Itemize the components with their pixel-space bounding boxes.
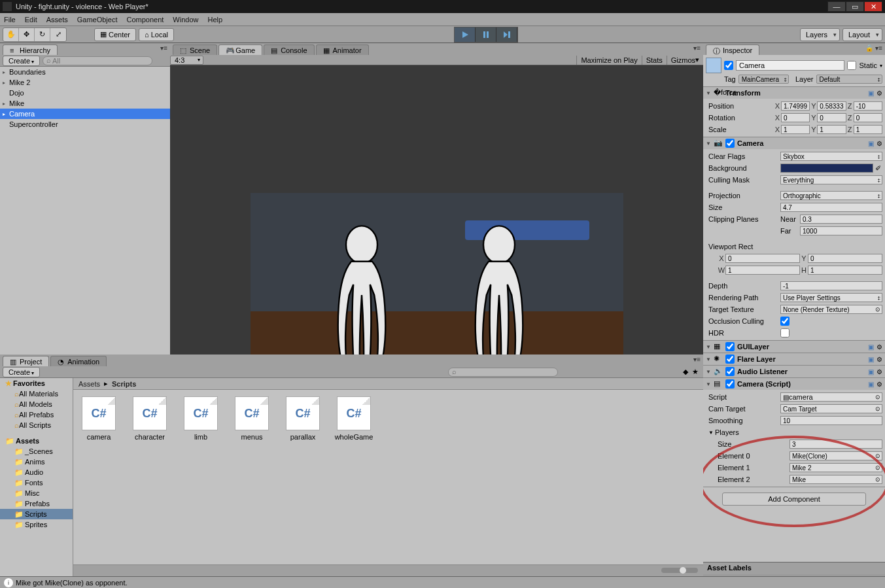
hierarchy-search-input[interactable] <box>43 56 152 65</box>
players-size-field[interactable]: 3 <box>790 440 882 449</box>
project-search-input[interactable] <box>448 368 558 377</box>
help-icon[interactable]: ▣ <box>868 368 874 375</box>
help-icon[interactable]: ▣ <box>868 381 874 388</box>
camera-enabled-checkbox[interactable] <box>725 139 735 148</box>
aspect-dropdown[interactable]: 4:3 <box>170 56 203 65</box>
folder-item[interactable]: 📁Fonts <box>0 477 73 488</box>
menu-edit[interactable]: Edit <box>25 16 37 24</box>
far-field[interactable]: 1000 <box>800 226 882 235</box>
folder-item[interactable]: 📁Prefabs <box>0 498 73 509</box>
camera-header[interactable]: ▼ 📷 Camera ▣ ⚙ <box>703 137 885 149</box>
hierarchy-item[interactable]: Dojo <box>0 88 170 98</box>
tab-hierarchy[interactable]: ≡Hierarchy <box>3 44 58 55</box>
folder-item[interactable]: 📁Audio <box>0 467 73 477</box>
menu-assets[interactable]: Assets <box>46 16 68 24</box>
tab-inspector[interactable]: ⓘInspector <box>706 44 759 55</box>
target-texture-field[interactable]: None (Render Texture) <box>780 305 882 314</box>
favorite-item[interactable]: ⌕ All Materials <box>0 389 73 399</box>
menu-window[interactable]: Window <box>173 16 198 24</box>
scale-tool-icon[interactable]: ⤢ <box>50 28 66 41</box>
search-filter-icon[interactable]: ◆ <box>683 368 688 376</box>
play-button[interactable] <box>455 27 476 42</box>
element2-field[interactable]: Mike <box>790 475 882 484</box>
favorite-item[interactable]: ⌕ All Models <box>0 399 73 409</box>
step-button[interactable] <box>496 27 517 42</box>
tab-animator[interactable]: ▦Animator <box>316 44 369 55</box>
help-icon[interactable]: ▣ <box>868 356 874 363</box>
pivot-mode-button[interactable]: ▦ Center <box>94 28 136 41</box>
pane-options-icon[interactable]: ▾≡ <box>160 44 167 52</box>
asset-item[interactable]: C#wholeGame <box>335 396 373 441</box>
viewport-y-field[interactable]: 0 <box>808 254 882 263</box>
camera-script-enabled-checkbox[interactable] <box>725 379 735 389</box>
hierarchy-item-selected[interactable]: ▸Camera <box>0 109 170 119</box>
scl-z-field[interactable]: 1 <box>854 125 882 134</box>
guilayer-enabled-checkbox[interactable] <box>725 342 735 351</box>
thumbnail-size-slider[interactable] <box>661 568 698 573</box>
gear-icon[interactable]: ⚙ <box>876 368 882 375</box>
static-checkbox[interactable] <box>847 61 856 70</box>
occlusion-culling-checkbox[interactable] <box>780 317 790 326</box>
depth-field[interactable]: -1 <box>780 281 882 290</box>
script-field[interactable]: ▤ camera <box>780 392 882 402</box>
gear-icon[interactable]: ⚙ <box>876 90 882 97</box>
clear-flags-dropdown[interactable]: Skybox <box>780 152 882 161</box>
help-icon[interactable]: ▣ <box>868 140 874 147</box>
hierarchy-item[interactable]: ▸Mike 2 <box>0 77 170 88</box>
folder-item[interactable]: 📁Sprites <box>0 519 73 530</box>
gear-icon[interactable]: ⚙ <box>876 381 882 388</box>
projection-dropdown[interactable]: Orthographic <box>780 191 882 200</box>
move-tool-icon[interactable]: ✥ <box>19 28 35 41</box>
active-checkbox[interactable] <box>724 61 733 70</box>
element1-field[interactable]: Mike 2 <box>790 463 882 472</box>
hierarchy-item[interactable]: ▸Boundaries <box>0 67 170 77</box>
gear-icon[interactable]: ⚙ <box>876 343 882 351</box>
rot-y-field[interactable]: 0 <box>817 113 846 122</box>
stats-toggle[interactable]: Stats <box>642 56 667 65</box>
audiolistener-enabled-checkbox[interactable] <box>725 367 735 376</box>
scl-y-field[interactable]: 1 <box>817 125 846 134</box>
viewport-h-field[interactable]: 1 <box>808 266 882 275</box>
asset-item[interactable]: C#menus <box>233 396 271 441</box>
hierarchy-item[interactable]: Supercontroller <box>0 119 170 130</box>
hdr-checkbox[interactable] <box>780 328 790 337</box>
near-field[interactable]: 0.3 <box>800 215 882 224</box>
folder-item[interactable]: 📁Anims <box>0 457 73 467</box>
breadcrumb-seg[interactable]: Scripts <box>112 380 136 388</box>
fold-icon[interactable]: ▼ <box>706 90 711 96</box>
rot-z-field[interactable]: 0 <box>854 113 882 122</box>
guilayer-header[interactable]: ▼▦GUILayer▣⚙ <box>703 341 885 353</box>
tab-console[interactable]: ▤Console <box>264 44 314 55</box>
maximize-button[interactable]: ▭ <box>846 1 864 12</box>
tag-dropdown[interactable]: MainCamera <box>738 75 789 84</box>
favorite-item[interactable]: ⌕ All Prefabs <box>0 409 73 420</box>
background-color-field[interactable] <box>780 164 873 173</box>
hierarchy-item[interactable]: ▸Mike <box>0 98 170 109</box>
layer-dropdown[interactable]: Default <box>816 75 882 84</box>
asset-item[interactable]: C#camera <box>80 396 118 441</box>
favorites-header[interactable]: ★Favorites <box>0 378 73 389</box>
pos-x-field[interactable]: 1.74999 <box>781 101 810 111</box>
layers-dropdown[interactable]: Layers <box>800 28 840 41</box>
menu-gameobject[interactable]: GameObject <box>77 16 118 24</box>
culling-mask-dropdown[interactable]: Everything <box>780 175 882 184</box>
folder-item-selected[interactable]: 📁Scripts <box>0 509 73 519</box>
help-icon[interactable]: ▣ <box>868 90 874 97</box>
viewport-x-field[interactable]: 0 <box>725 254 800 263</box>
gizmos-dropdown[interactable]: Gizmos ▾ <box>667 56 703 65</box>
menu-help[interactable]: Help <box>207 16 222 24</box>
viewport-w-field[interactable]: 1 <box>725 266 800 275</box>
static-dropdown-icon[interactable]: ▾ <box>880 63 882 69</box>
gameobject-icon[interactable] <box>706 58 721 73</box>
rotate-tool-icon[interactable]: ↻ <box>35 28 50 41</box>
pos-z-field[interactable]: -10 <box>854 101 882 111</box>
pause-button[interactable] <box>476 27 496 42</box>
size-field[interactable]: 4.7 <box>780 203 882 212</box>
asset-item[interactable]: C#character <box>131 396 169 441</box>
rendering-path-dropdown[interactable]: Use Player Settings <box>780 293 882 302</box>
scl-x-field[interactable]: 1 <box>781 125 810 134</box>
camera-script-header[interactable]: ▼▤Camera (Script)▣⚙ <box>703 378 885 390</box>
camtarget-field[interactable]: Cam Target <box>780 404 882 413</box>
gear-icon[interactable]: ⚙ <box>876 356 882 363</box>
menu-component[interactable]: Component <box>126 16 164 24</box>
